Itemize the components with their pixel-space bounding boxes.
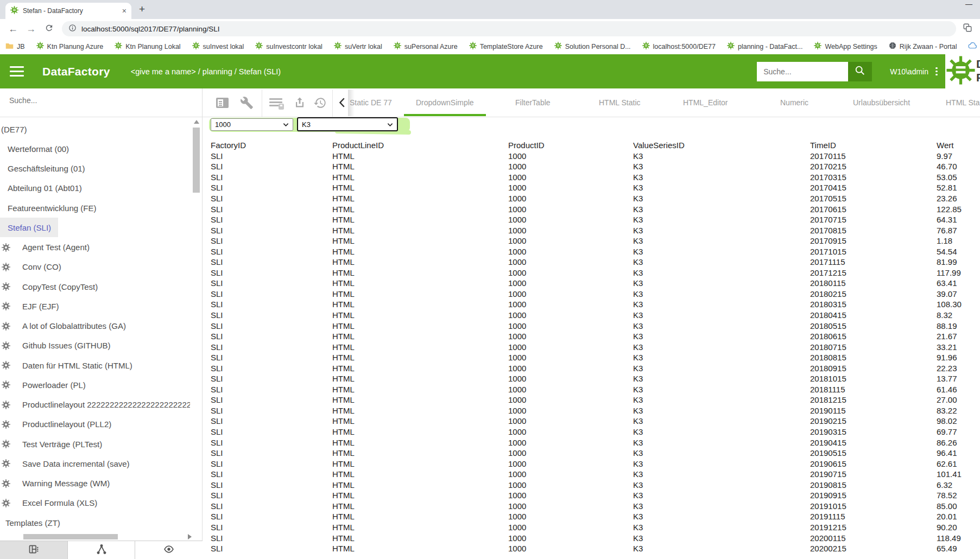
worksheet-tab[interactable]: HTML Static bbox=[599, 88, 641, 117]
worksheet-tab[interactable]: HTML Sta bbox=[946, 88, 980, 117]
export-upload-icon[interactable] bbox=[293, 96, 306, 112]
tree-item[interactable]: Agent Test (Agent) bbox=[0, 238, 90, 257]
save-rows-icon[interactable] bbox=[269, 98, 282, 108]
header-search-input[interactable] bbox=[757, 67, 848, 76]
worksheet-tab[interactable]: Numeric bbox=[780, 88, 808, 117]
worksheet-tab[interactable]: HTML_Editor bbox=[683, 88, 728, 117]
table-cell: SLI bbox=[211, 491, 332, 500]
tree-item[interactable]: Abteilung 01 (Abt01) bbox=[0, 179, 82, 198]
sidebar-scroll-up-icon[interactable] bbox=[194, 120, 199, 124]
tree-item[interactable]: Werteformat (00) bbox=[0, 139, 69, 158]
report-layout-icon[interactable] bbox=[216, 98, 229, 108]
tree-item[interactable]: Daten für HTML Static (HTML) bbox=[0, 355, 132, 375]
tree-item[interactable]: (DE77) bbox=[0, 119, 27, 139]
tree-item[interactable]: Powerloader (PL) bbox=[0, 375, 86, 395]
bookmark-item[interactable]: TemplateStore Azure bbox=[469, 42, 543, 51]
valueseries-dropdown[interactable]: K3 bbox=[297, 117, 398, 131]
bookmark-item[interactable]: suPersonal Azure bbox=[394, 42, 458, 51]
table-cell: K3 bbox=[633, 501, 810, 511]
reload-icon[interactable] bbox=[45, 23, 54, 34]
factory-dropdown[interactable]: 1000 bbox=[211, 118, 293, 131]
history-undo-icon[interactable] bbox=[313, 96, 327, 112]
worksheet-tab[interactable]: Urlaubsübersicht bbox=[853, 88, 910, 117]
worksheet-tab[interactable]: DropdownSimple bbox=[416, 88, 474, 117]
bookmark-item[interactable]: Ktn Planung Azure bbox=[36, 42, 104, 51]
bookmark-label: Solution Personal D... bbox=[565, 43, 631, 50]
table-cell: SLI bbox=[211, 183, 332, 192]
sidebar-vertical-scrollbar[interactable] bbox=[193, 128, 200, 193]
tree-item[interactable]: Conv (CO) bbox=[0, 257, 61, 277]
back-icon[interactable]: ← bbox=[8, 24, 18, 34]
bookmark-label: Ktn Planung Lokal bbox=[125, 43, 180, 50]
url-bar[interactable]: localhost:5000/sql2017/DE77/planning/SLI bbox=[62, 21, 956, 36]
sidebar-horizontal-scrollbar[interactable] bbox=[23, 534, 118, 539]
tab-preview-view[interactable] bbox=[135, 541, 203, 559]
browser-tab[interactable]: Stefan - DataFactory × bbox=[5, 3, 131, 19]
translate-icon[interactable] bbox=[963, 23, 972, 35]
tree-item[interactable]: Productlinelayout 2222222222222222222222… bbox=[0, 395, 190, 415]
table-cell: SLI bbox=[211, 353, 332, 362]
kebab-menu-icon[interactable] bbox=[935, 66, 938, 77]
tree-item[interactable]: Save Data incremental (save) bbox=[0, 454, 130, 473]
tree-item[interactable]: Featureentwicklung (FE) bbox=[0, 198, 96, 218]
tree-item[interactable]: CopyTest (CopyTest) bbox=[0, 277, 98, 296]
toolbar-divider bbox=[262, 90, 262, 117]
table-cell: K3 bbox=[633, 194, 810, 203]
table-row: SLIHTML1000K32019111520.01 bbox=[211, 511, 980, 522]
sidebar-scroll-right-icon[interactable] bbox=[188, 534, 192, 539]
tree-item[interactable]: Productlinelayout (PLL2) bbox=[0, 415, 111, 434]
table-cell: 85.00 bbox=[937, 501, 980, 511]
bookmark-item[interactable]: localhost:5000/DE77 bbox=[642, 42, 716, 51]
minimize-window-icon[interactable]: — bbox=[965, 0, 972, 8]
bookmark-item[interactable]: window.print + c... bbox=[968, 42, 980, 51]
table-cell: 20200215 bbox=[810, 544, 937, 553]
sidebar-search-input[interactable] bbox=[9, 96, 188, 105]
table-row: SLIHTML1000K32019101585.00 bbox=[211, 501, 980, 512]
worksheet-tab[interactable]: FilterTable bbox=[515, 88, 551, 117]
table-cell: SLI bbox=[211, 236, 332, 245]
table-cell: 1000 bbox=[508, 512, 633, 521]
tab-hierarchy-view[interactable] bbox=[68, 541, 136, 559]
new-tab-button[interactable]: + bbox=[139, 3, 145, 15]
tree-item-label: Templates (ZT) bbox=[5, 518, 60, 528]
hamburger-menu-icon[interactable] bbox=[10, 63, 24, 79]
tree-item[interactable]: Excel Formula (XLS) bbox=[0, 493, 97, 513]
table-cell: HTML bbox=[332, 385, 508, 394]
eye-icon bbox=[162, 544, 175, 557]
table-cell: 20180315 bbox=[810, 300, 937, 309]
close-tab-icon[interactable]: × bbox=[122, 7, 127, 15]
bookmark-item[interactable]: JB bbox=[5, 42, 25, 51]
bookmarks-bar: JBKtn Planung AzureKtn Planung LokalsuIn… bbox=[0, 39, 980, 54]
tree-item[interactable]: Warning Message (WM) bbox=[0, 474, 110, 493]
forward-icon[interactable]: → bbox=[26, 24, 36, 34]
tree-item[interactable]: Github Issues (GITHUB) bbox=[0, 336, 111, 355]
bookmark-item[interactable]: suInvestcontr lokal bbox=[255, 42, 323, 51]
tab-scroll-left-icon[interactable] bbox=[337, 96, 349, 112]
bookmark-item[interactable]: WebApp Settings bbox=[814, 42, 877, 51]
info-icon[interactable] bbox=[68, 24, 77, 34]
gear-icon bbox=[2, 243, 16, 252]
bookmark-item[interactable]: suVertr lokal bbox=[334, 42, 382, 51]
table-row: SLIHTML1000K32019041586.26 bbox=[211, 437, 980, 448]
bookmark-item[interactable]: Rijk Zwaan - Portal bbox=[889, 42, 957, 51]
tab-table-view[interactable] bbox=[0, 541, 68, 559]
worksheet-tab[interactable]: Static DE 77 bbox=[350, 88, 392, 117]
tree-item[interactable]: A lot of Globalattributes (GA) bbox=[0, 316, 126, 336]
bookmark-item[interactable]: Ktn Planung Lokal bbox=[115, 42, 180, 51]
table-cell: HTML bbox=[332, 194, 508, 203]
wrench-icon[interactable] bbox=[240, 96, 254, 112]
bookmark-item[interactable]: suInvest lokal bbox=[192, 42, 244, 51]
tree-item[interactable]: Geschäftsleitung (01) bbox=[0, 159, 85, 179]
tree-item[interactable]: EJF (EJF) bbox=[0, 296, 59, 316]
tree-item-label: CopyTest (CopyTest) bbox=[22, 282, 98, 291]
tree-item[interactable]: Test Verträge (PLTest) bbox=[0, 434, 102, 454]
tree-item[interactable]: Stefan (SLI) bbox=[0, 218, 58, 237]
table-cell: 20180915 bbox=[810, 364, 937, 373]
url-text[interactable]: localhost:5000/sql2017/DE77/planning/SLI bbox=[81, 25, 219, 33]
bookmark-item[interactable]: planning - DataFact... bbox=[727, 42, 803, 51]
table-cell: HTML bbox=[332, 416, 508, 425]
globe-icon bbox=[889, 42, 896, 51]
bookmark-item[interactable]: Solution Personal D... bbox=[554, 42, 631, 51]
tree-item[interactable]: Templates (ZT) bbox=[0, 513, 60, 532]
search-button[interactable] bbox=[848, 62, 872, 81]
